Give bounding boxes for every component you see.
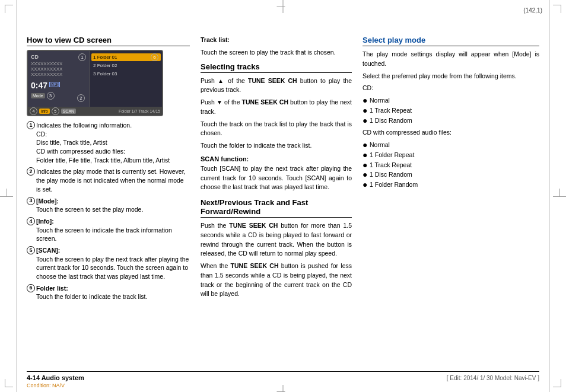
cd-info-row-3: XXXXXXXXXX (31, 72, 87, 77)
desc-text-4: [Info]: Touch the screen to indicate the… (36, 217, 190, 243)
play-mode-select-text: Select the preferred play mode from the … (363, 72, 539, 81)
badge-1: 1 (78, 53, 86, 61)
nextprev-p1: Push the TUNE SEEK CH button for more th… (201, 221, 352, 259)
reg-mark-tl (5, 5, 13, 13)
cd-screen-diagram: CD XXXXXXXXXX XXXXXXXXXX XXXXXXXXXX 0:47 (27, 50, 163, 116)
desc-text-2: Indicates the play mode that is currentl… (36, 167, 190, 193)
middle-column: Track list: Touch the screen to play the… (201, 36, 352, 362)
track-list-note: Track list: Touch the screen to play the… (201, 36, 352, 58)
badge-6: 6 (151, 53, 158, 61)
cd-left-panel: CD XXXXXXXXXX XXXXXXXXXX XXXXXXXXXX 0:47 (28, 51, 90, 115)
selecting-tracks-title: Selecting tracks (201, 62, 352, 73)
desc-text-6: Folder list: Touch the folder to indicat… (36, 284, 190, 301)
page-number: (142,1) (523, 7, 542, 14)
badge-2: 2 (77, 94, 85, 102)
cd-screen-inner: CD XXXXXXXXXX XXXXXXXXXX XXXXXXXXXX 0:47 (28, 51, 162, 115)
desc-item-3: 3 [Mode]: Touch the screen to set the pl… (27, 197, 190, 214)
badge-5: 5 (52, 107, 59, 115)
play-mode-intro: The play mode settings display will appe… (363, 50, 539, 69)
cd-bullet-list: ●Normal ●1 Track Repeat ●1 Disc Random (363, 96, 539, 125)
right-column: Select play mode The play mode settings … (363, 36, 539, 362)
page-border-right (549, 0, 549, 392)
page-border-left (17, 0, 17, 392)
cd-bullet-normal: ●Normal (363, 96, 539, 106)
comp-bullet-folder-repeat: ●1 Folder Repeat (363, 151, 539, 160)
content-area: How to view CD screen CD XXXXXXXXXX XXXX… (27, 36, 539, 362)
crosshair-bottom (281, 385, 285, 392)
reg-mark-br (553, 379, 561, 387)
selecting-tracks-p1: Push ▲ of the TUNE SEEK CH button to pla… (201, 77, 352, 95)
columns-layout: How to view CD screen CD XXXXXXXXXX XXXX… (27, 36, 539, 362)
desc-text-3: [Mode]: Touch the screen to set the play… (36, 197, 190, 214)
comp-bullet-normal: ●Normal (363, 141, 539, 150)
desc-item-4: 4 [Info]: Touch the screen to indicate t… (27, 217, 190, 243)
desc-item-5: 5 [SCAN]: Touch the screen to play the n… (27, 246, 190, 281)
desc-text-5: [SCAN]: Touch the screen to play the nex… (36, 246, 190, 281)
cd-bullet-track-repeat: ●1 Track Repeat (363, 106, 539, 116)
nextprev-title: Next/Previous Track and Fast Forward/Rew… (201, 198, 352, 218)
cd-bottom-bar: 4 Info 5 SCAN Folder 1/7 Track 14/15 (28, 107, 162, 115)
compressed-label: CD with compressed audio files: (363, 128, 539, 138)
folder-info: Folder 1/7 Track 14/15 (119, 109, 160, 113)
crosshair-right (553, 192, 566, 200)
desc-item-6: 6 Folder list: Touch the folder to indic… (27, 284, 190, 301)
description-list: 1 Indicates the following information. C… (27, 121, 190, 301)
circle-2: 2 (27, 167, 35, 176)
cd-track-2[interactable]: 2 Folder 02 (91, 62, 161, 69)
footer-left: 4-14 Audio system (27, 374, 84, 381)
cd-info-row-2: XXXXXXXXXX (31, 66, 87, 72)
footer: 4-14 Audio system [ Edit: 2014/ 1/ 30 Mo… (27, 371, 539, 381)
cd-info-row-1: XXXXXXXXXX (31, 61, 87, 66)
desc-text-1: Indicates the following information. CD:… (36, 121, 190, 164)
select-play-mode-title: Select play mode (363, 36, 539, 46)
desc-item-2: 2 Indicates the play mode that is curren… (27, 167, 190, 193)
comp-bullet-track-repeat: ●1 Track Repeat (363, 161, 539, 170)
left-section-title: How to view CD screen (27, 36, 190, 46)
cd-right-panel: 1 Folder 01 2 Folder 02 3 Folder 03 6 (90, 51, 162, 115)
info-btn[interactable]: Info (39, 109, 50, 114)
selecting-tracks-p4: Touch the folder to indicate the track l… (201, 141, 352, 151)
circle-4: 4 (27, 217, 35, 225)
reg-mark-bl (5, 379, 13, 387)
selecting-tracks-p2: Push ▼ of the TUNE SEEK CH button to pla… (201, 98, 352, 117)
cd-time: 0:47 (31, 81, 47, 90)
circle-6: 6 (27, 284, 35, 292)
circle-1: 1 (27, 121, 35, 129)
footer-right: [ Edit: 2014/ 1/ 30 Model: Navi-EV ] (447, 375, 539, 381)
desc-item-1: 1 Indicates the following information. C… (27, 121, 190, 164)
mp3-badge: MP3 (49, 82, 60, 87)
reg-mark-tr (553, 5, 561, 13)
compressed-bullet-list: ●Normal ●1 Folder Repeat ●1 Track Repeat… (363, 141, 539, 190)
crosshair-left (0, 192, 13, 200)
nextprev-p2: When the TUNE SEEK CH button is pushed f… (201, 262, 352, 299)
cd-label: CD: (363, 84, 539, 93)
crosshair-top (281, 0, 285, 7)
condition-text: Condition: NA/V (27, 383, 65, 388)
circle-3: 3 (27, 197, 35, 205)
cd-mode-btn[interactable]: Mode (31, 93, 45, 98)
selecting-tracks-p3: Touch the track on the track list to pla… (201, 120, 352, 139)
track-list-label: Track list: (201, 36, 352, 45)
comp-bullet-folder-random: ●1 Folder Random (363, 180, 539, 190)
scan-desc: Touch [SCAN] to play the next track afte… (201, 164, 352, 192)
badge-4: 4 (30, 107, 37, 115)
comp-bullet-disc-random: ●1 Disc Random (363, 170, 539, 180)
track-list-desc: Touch the screen to play the track that … (201, 48, 352, 58)
scan-title: SCAN function: (201, 155, 352, 162)
scan-btn[interactable]: SCAN (61, 109, 76, 114)
cd-bullet-disc-random: ●1 Disc Random (363, 116, 539, 126)
left-column: How to view CD screen CD XXXXXXXXXX XXXX… (27, 36, 190, 362)
circle-5: 5 (27, 246, 35, 254)
cd-track-3[interactable]: 3 Folder 03 (91, 70, 161, 78)
